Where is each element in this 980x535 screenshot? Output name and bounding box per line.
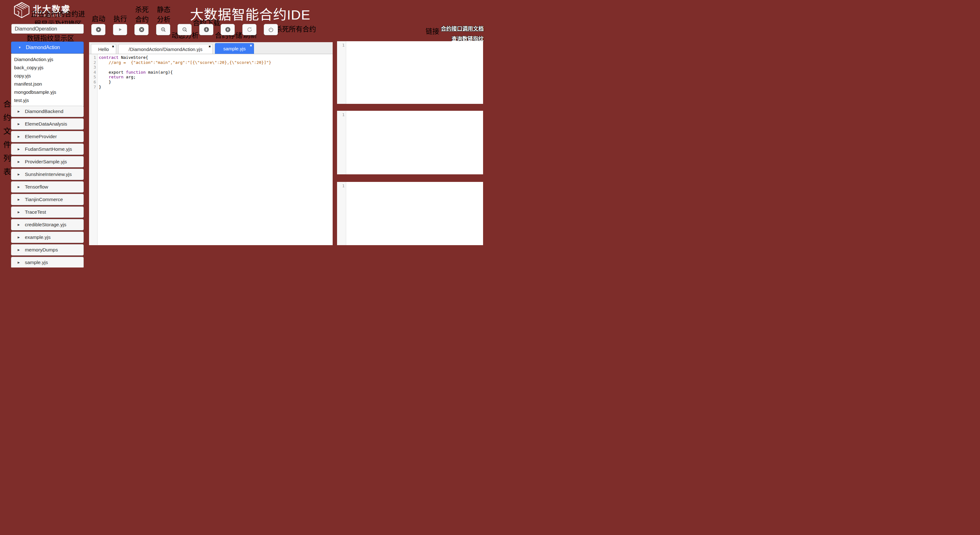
chevron-right-icon: ▶ bbox=[18, 148, 20, 151]
accordion-item-label: ProviderSample.yjs bbox=[25, 159, 67, 165]
file-item[interactable]: test.yjs bbox=[11, 96, 83, 105]
chevron-right-icon: ▶ bbox=[18, 185, 20, 188]
refresh-button[interactable] bbox=[242, 24, 256, 35]
accordion-item[interactable]: ▶ElemeProvider bbox=[11, 131, 84, 142]
accordion-item-label: TianjinCommerce bbox=[25, 197, 63, 202]
accordion-item[interactable]: ▶FudanSmartHome.yjs bbox=[11, 143, 84, 155]
log-output-panel[interactable]: 1 bbox=[337, 182, 483, 245]
accordion-item[interactable]: ▶example.yjs bbox=[11, 232, 84, 243]
kill-annotation: 杀死 合约 bbox=[132, 5, 151, 25]
close-icon[interactable]: ✖ bbox=[208, 45, 211, 48]
tab-label: /DiamondAction/DiamondAction.yjs bbox=[129, 46, 202, 52]
chevron-right-icon: ▶ bbox=[18, 248, 20, 252]
running-process-select[interactable] bbox=[11, 24, 84, 33]
code-line: //arg = {"action":"main","arg":"[{\"scor… bbox=[99, 60, 271, 65]
accordion-item-label: Tensorflow bbox=[25, 184, 48, 190]
accordion-item-label: SunshineInterview.yjs bbox=[25, 172, 72, 177]
file-item[interactable]: copy.yjs bbox=[11, 72, 83, 80]
accordion-item[interactable]: ▶ProviderSample.yjs bbox=[11, 156, 84, 167]
refresh-icon bbox=[247, 27, 252, 32]
code-line: } bbox=[99, 84, 271, 90]
play-circle-icon bbox=[95, 27, 101, 32]
file-content-editor: Hello✖/DiamondAction/DiamondAction.yjs✖s… bbox=[89, 42, 332, 245]
contract-file-list-annotation: 合约文件列表 bbox=[1, 100, 12, 181]
contract-download-button[interactable] bbox=[199, 24, 213, 35]
chevron-right-icon: ▶ bbox=[18, 236, 20, 239]
file-item[interactable]: manifest.json bbox=[11, 80, 83, 88]
accordion-item[interactable]: ▶memoryDumps bbox=[11, 244, 84, 256]
accordion-item[interactable]: ▶SunshineInterview.yjs bbox=[11, 169, 84, 180]
chevron-right-icon: ▶ bbox=[18, 173, 20, 176]
run-result-panel[interactable]: 1 bbox=[337, 111, 483, 174]
accordion-item[interactable]: ▶Tensorflow bbox=[11, 181, 84, 193]
accordion-item[interactable]: ▶DiamondBackend bbox=[11, 106, 84, 117]
accordion-item-label: ElemeProvider bbox=[25, 134, 57, 139]
play-icon bbox=[118, 27, 123, 32]
chevron-right-icon: ▶ bbox=[18, 210, 20, 214]
accordion-item[interactable]: ▶ElemeDataAnalysis bbox=[11, 118, 84, 130]
search-minus-icon bbox=[182, 27, 188, 32]
line-number-gutter: 1 bbox=[337, 41, 346, 104]
code-line: export function main(arg){ bbox=[99, 70, 271, 75]
tab--DiamondAction-DiamondAction.yjs[interactable]: /DiamondAction/DiamondAction.yjs✖ bbox=[118, 44, 213, 54]
file-list: DiamondAction.yjsback_copy.yjscopy.yjsma… bbox=[11, 54, 84, 107]
accordion-item-label: ElemeDataAnalysis bbox=[25, 121, 67, 127]
ide-stage: 北大数睿 DATAWARE 大数据智能合约IDE 链接 合约接口调用文档 查询数… bbox=[0, 0, 490, 268]
accordion-list: ▶DiamondBackend▶ElemeDataAnalysis▶ElemeP… bbox=[11, 106, 84, 268]
close-icon[interactable]: ✖ bbox=[250, 44, 252, 47]
group-label: DiamondAction bbox=[26, 45, 60, 50]
accordion-item[interactable]: ▶credibleStorage.yjs bbox=[11, 219, 84, 230]
accordion-item-label: sample.yjs bbox=[25, 260, 48, 265]
chevron-right-icon: ▶ bbox=[18, 160, 20, 163]
code-area[interactable]: 1234567 contract NaiveStore{ //arg = {"a… bbox=[89, 54, 332, 245]
kill-all-annotation: 杀死所有合约 bbox=[275, 25, 320, 34]
tab-label: Hello bbox=[98, 46, 109, 52]
static-analysis-button[interactable] bbox=[156, 24, 170, 35]
kill-all-contracts-button[interactable] bbox=[264, 24, 278, 35]
start-contract-button[interactable] bbox=[91, 24, 105, 35]
x-circle-icon bbox=[139, 27, 145, 32]
accordion-item-label: TraceTest bbox=[25, 209, 46, 215]
code-line bbox=[99, 65, 271, 70]
tab-label: sample.yjs bbox=[223, 46, 246, 51]
accordion-item[interactable]: ▶TraceTest bbox=[11, 207, 84, 218]
chevron-right-icon: ▶ bbox=[18, 135, 20, 138]
close-icon[interactable]: ✖ bbox=[112, 45, 114, 48]
chevron-right-icon: ▶ bbox=[18, 261, 20, 264]
accordion-item-label: DiamondBackend bbox=[25, 108, 63, 114]
code-line: contract NaiveStore{ bbox=[99, 55, 271, 60]
file-item[interactable]: mongodbsample.yjs bbox=[11, 88, 83, 96]
code-line: } bbox=[99, 80, 271, 84]
tab-sample.yjs[interactable]: sample.yjs✖ bbox=[215, 43, 254, 54]
line-number-gutter: 1 bbox=[337, 182, 346, 245]
contract-api-doc-link[interactable]: 合约接口调用文档 bbox=[441, 24, 484, 32]
power-icon bbox=[268, 27, 274, 32]
execute-contract-button[interactable] bbox=[113, 24, 127, 35]
kill-contract-button[interactable] bbox=[134, 24, 148, 35]
code-line: return arg; bbox=[99, 75, 271, 80]
arrow-up-circle-icon bbox=[225, 27, 231, 32]
accordion-item-label: memoryDumps bbox=[25, 247, 58, 253]
contract-store-button[interactable] bbox=[221, 24, 235, 35]
dynamic-analysis-button[interactable] bbox=[178, 24, 192, 35]
file-item[interactable]: back_copy.yjs bbox=[11, 64, 83, 72]
code-content[interactable]: contract NaiveStore{ //arg = {"action":"… bbox=[97, 54, 271, 245]
tab-bar: Hello✖/DiamondAction/DiamondAction.yjs✖s… bbox=[89, 42, 332, 54]
file-item[interactable]: DiamondAction.yjs bbox=[11, 56, 83, 64]
accordion-item[interactable]: ▶TianjinCommerce bbox=[11, 194, 84, 205]
arrow-down-circle-icon bbox=[204, 27, 209, 32]
accordion-item-label: FudanSmartHome.yjs bbox=[25, 146, 72, 152]
search-plus-icon bbox=[161, 27, 166, 32]
chevron-down-icon: ▼ bbox=[18, 46, 21, 49]
accordion-item-label: example.yjs bbox=[25, 234, 51, 240]
chevron-right-icon: ▶ bbox=[18, 223, 20, 226]
links-annotation: 链接 bbox=[425, 27, 439, 37]
start-annotation: 启动 bbox=[89, 14, 108, 24]
accordion-item-label: credibleStorage.yjs bbox=[25, 222, 67, 228]
param-input-panel[interactable]: 1 bbox=[337, 41, 483, 104]
accordion-item[interactable]: ▶sample.yjs bbox=[11, 257, 84, 268]
tab-Hello[interactable]: Hello✖ bbox=[91, 44, 116, 54]
exec-annotation: 执行 bbox=[111, 14, 130, 24]
accordion-group-diamondaction[interactable]: ▼ DiamondAction bbox=[11, 41, 84, 54]
static-analysis-annotation: 静态 分析 bbox=[154, 5, 173, 25]
